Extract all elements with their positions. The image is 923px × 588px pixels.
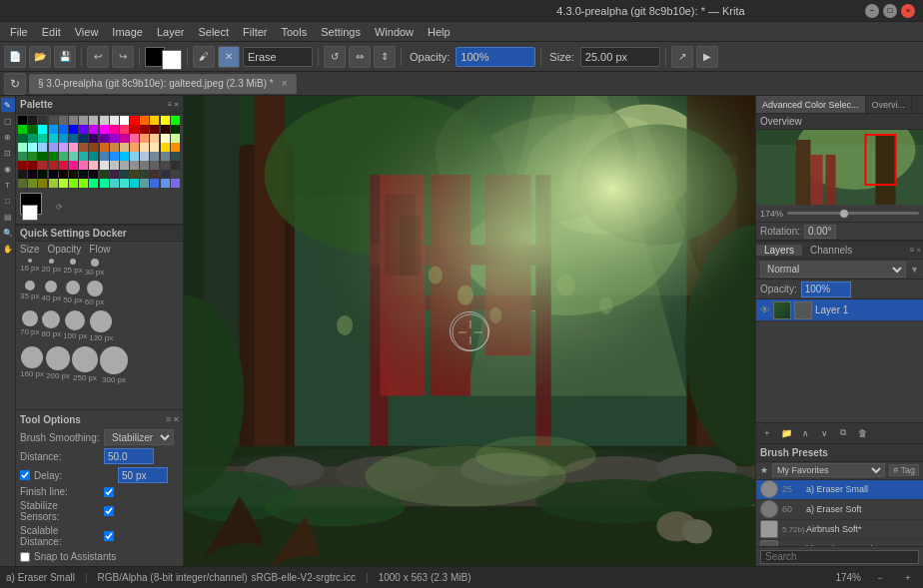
palette-color[interactable] [28, 152, 37, 161]
palette-color[interactable] [171, 116, 180, 125]
scalable-distance-checkbox[interactable] [104, 531, 114, 541]
palette-color[interactable] [49, 143, 58, 152]
palette-color[interactable] [28, 161, 37, 170]
palette-color[interactable] [150, 116, 159, 125]
palette-color[interactable] [171, 134, 180, 143]
palette-color[interactable] [120, 125, 129, 134]
delay-value[interactable]: 50 px [118, 467, 168, 483]
mirror-v[interactable]: ⇕ [374, 46, 396, 68]
palette-color[interactable] [110, 143, 119, 152]
opacity-input[interactable] [456, 47, 535, 67]
palette-color[interactable] [161, 143, 170, 152]
layers-tab[interactable]: Layers [756, 245, 802, 256]
palette-color[interactable] [171, 179, 180, 188]
brush-size-20[interactable]: 20 px [42, 259, 62, 277]
layer-copy-btn[interactable]: ⧉ [834, 424, 852, 442]
tool-pan[interactable]: ✋ [1, 242, 15, 256]
advanced-color-tab[interactable]: Advanced Color Selec... [756, 96, 866, 113]
zoom-thumb[interactable] [840, 210, 848, 218]
palette-color[interactable] [89, 179, 98, 188]
palette-color[interactable] [140, 152, 149, 161]
palette-color[interactable] [130, 143, 139, 152]
layer-up-btn[interactable]: ∧ [796, 424, 814, 442]
zoom-in-btn[interactable]: + [899, 569, 917, 587]
palette-color[interactable] [89, 125, 98, 134]
eraser-mode[interactable]: ✕ [218, 46, 240, 68]
palette-close-icon[interactable]: × [174, 100, 179, 109]
palette-color[interactable] [49, 125, 58, 134]
brush-size-16[interactable]: 16 px [20, 259, 40, 277]
redo-button[interactable]: ↪ [112, 46, 134, 68]
mirror-h[interactable]: ⇔ [349, 46, 371, 68]
palette-color[interactable] [140, 179, 149, 188]
palette-color[interactable] [59, 116, 68, 125]
brush-size-80[interactable]: 80 px [42, 310, 62, 342]
palette-color[interactable] [150, 179, 159, 188]
size-input[interactable] [580, 47, 660, 67]
zoom-slider[interactable] [787, 212, 919, 215]
menu-window[interactable]: Window [369, 25, 420, 39]
close-button[interactable]: × [901, 4, 915, 18]
menu-filter[interactable]: Filter [237, 25, 273, 39]
palette-color[interactable] [28, 179, 37, 188]
palette-color[interactable] [161, 134, 170, 143]
palette-color[interactable] [59, 179, 68, 188]
palette-color[interactable] [79, 143, 88, 152]
palette-color[interactable] [110, 125, 119, 134]
palette-color[interactable] [140, 143, 149, 152]
palette-color[interactable] [69, 125, 78, 134]
palette-color[interactable] [49, 170, 58, 179]
snap-checkbox[interactable] [20, 552, 30, 562]
palette-color[interactable] [171, 125, 180, 134]
background-color[interactable] [162, 50, 182, 70]
palette-color[interactable] [49, 179, 58, 188]
rotation-value[interactable]: 0.00° [804, 225, 835, 239]
brush-name-input[interactable] [243, 47, 313, 67]
palette-color[interactable] [171, 143, 180, 152]
palette-color[interactable] [140, 134, 149, 143]
palette-color[interactable] [100, 125, 109, 134]
palette-color[interactable] [28, 116, 37, 125]
palette-color[interactable] [69, 161, 78, 170]
palette-color[interactable] [100, 161, 109, 170]
palette-color[interactable] [89, 161, 98, 170]
menu-file[interactable]: File [4, 25, 34, 39]
delay-checkbox[interactable] [20, 470, 30, 480]
brush-size-30[interactable]: 30 px [85, 259, 105, 277]
brush-smoothing-select[interactable]: Stabilizer [104, 429, 174, 445]
brush-tag-btn[interactable]: # Tag [889, 464, 919, 476]
add-group-btn[interactable]: 📁 [777, 424, 795, 442]
brush-size-200[interactable]: 200 px [46, 346, 70, 384]
palette-color[interactable] [28, 125, 37, 134]
palette-color[interactable] [28, 143, 37, 152]
palette-color[interactable] [161, 116, 170, 125]
stabilize-sensors-checkbox[interactable] [104, 506, 114, 516]
palette-color[interactable] [140, 161, 149, 170]
palette-color[interactable] [49, 161, 58, 170]
palette-color[interactable] [38, 116, 47, 125]
undo-button[interactable]: ↩ [87, 46, 109, 68]
palette-color[interactable] [100, 179, 109, 188]
palette-color[interactable] [69, 116, 78, 125]
brush-item-3[interactable]: 5.72b) Airbrush Soft* [756, 520, 923, 540]
palette-color[interactable] [49, 134, 58, 143]
palette-color[interactable] [130, 116, 139, 125]
brush-size-120[interactable]: 120 px [89, 310, 113, 342]
tool-shape[interactable]: □ [1, 194, 15, 208]
palette-menu-icon[interactable]: ≡ [168, 100, 173, 109]
palette-color[interactable] [38, 143, 47, 152]
palette-color[interactable] [130, 134, 139, 143]
overview-tab-btn[interactable]: Overvi... [866, 96, 913, 113]
window-controls[interactable]: − □ × [865, 4, 915, 18]
brush-item-1[interactable]: 25 a) Eraser Small [756, 480, 923, 500]
brush-preset-icon[interactable]: 🖌 [193, 46, 215, 68]
brush-size-300[interactable]: 300 px [100, 346, 128, 384]
tool-select[interactable]: ▢ [1, 114, 15, 128]
palette-color[interactable] [130, 161, 139, 170]
blend-mode-select[interactable]: Normal [760, 262, 906, 278]
palette-color[interactable] [89, 170, 98, 179]
palette-color[interactable] [38, 125, 47, 134]
palette-color[interactable] [18, 134, 27, 143]
palette-color[interactable] [120, 116, 129, 125]
layer-down-btn[interactable]: ∨ [815, 424, 833, 442]
